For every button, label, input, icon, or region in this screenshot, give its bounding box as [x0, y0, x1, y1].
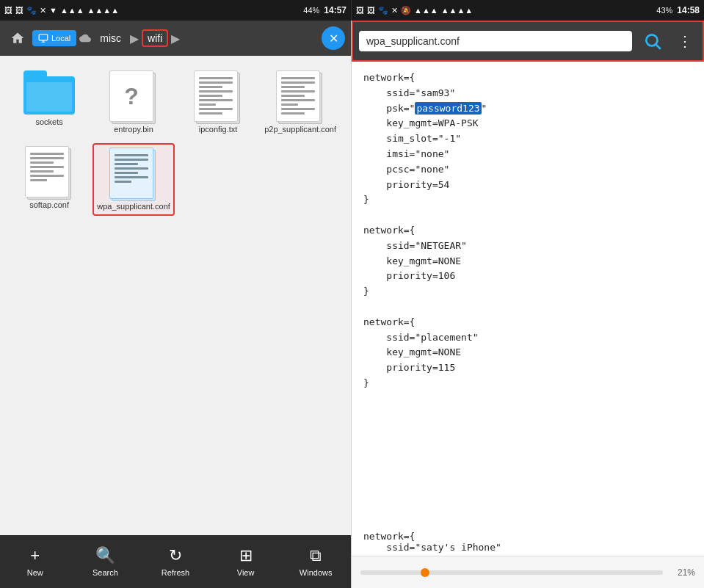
status-bar-right: 🖼 🖼 🐾 ✕ 🔕 ▲▲▲ ▲▲▲▲ 43% 14:58	[352, 0, 704, 21]
file-icon-softap	[25, 146, 73, 197]
close-icon: ✕	[40, 6, 46, 15]
folder-icon-sockets	[23, 70, 75, 115]
file-label-softap: softap.conf	[29, 200, 69, 210]
navigation-bar: Local misc ▶ wifi ▶ ✕	[0, 21, 351, 56]
left-panel: Local misc ▶ wifi ▶ ✕	[0, 21, 352, 588]
time-left: 14:57	[324, 5, 346, 15]
svg-rect-0	[39, 35, 48, 40]
signal-bars3: ▲▲▲	[414, 6, 438, 15]
scrollbar-thumb[interactable]	[421, 568, 429, 577]
view-button[interactable]: ⊞ View	[211, 535, 281, 588]
file-label-wpa: wpa_supplicant.conf	[97, 202, 170, 211]
file-icon-wpa	[109, 148, 158, 199]
cloud-icon	[79, 32, 91, 44]
wifi-off-icon: 🔕	[401, 6, 411, 15]
grid-icon: ⊞	[239, 546, 253, 565]
local-tab-button[interactable]: Local	[32, 30, 76, 46]
windows-icon: ⧉	[310, 546, 322, 565]
refresh-icon: ↻	[169, 546, 182, 565]
local-label: Local	[51, 34, 70, 43]
new-label: New	[27, 568, 43, 577]
wifi-icon: ▼	[49, 6, 57, 15]
screenshot-icon4: 🖼	[367, 6, 375, 15]
search-label: Search	[92, 568, 118, 577]
status-bars: 🖼 🖼 🐾 ✕ ▼ ▲▲▲ ▲▲▲▲ 44% 14:57 🖼 🖼 🐾 ✕ 🔕 ▲…	[0, 0, 704, 21]
svg-line-2	[656, 45, 661, 49]
breadcrumb: misc ▶ wifi ▶	[94, 29, 319, 47]
screenshot-icon2: 🖼	[15, 6, 23, 15]
file-icon-p2p	[276, 70, 324, 122]
file-label-sockets: sockets	[35, 117, 62, 127]
paw-icon: 🐾	[26, 6, 37, 15]
file-icon-entropy: ?	[109, 70, 158, 122]
view-label: View	[237, 568, 255, 577]
partial-network-text: network={ ssid="saty's iPhone"	[352, 531, 704, 556]
signal-bars4: ▲▲▲▲	[441, 6, 473, 15]
new-button[interactable]: + New	[0, 535, 70, 588]
screenshot-icon3: 🖼	[356, 6, 364, 15]
text-content-area[interactable]: network={ ssid="sam93" psk="password123"…	[352, 62, 704, 531]
bottom-toolbar: + New 🔍 Search ↻ Refresh ⊞ View ⧉ Window…	[0, 535, 351, 588]
psk-value: password123	[415, 102, 481, 115]
close-icon2: ✕	[391, 6, 398, 15]
file-label-ipconfig: ipconfig.txt	[199, 125, 238, 134]
file-item-wpa[interactable]: wpa_supplicant.conf	[92, 143, 175, 216]
file-content: network={ ssid="sam93" psk="password123"…	[363, 70, 692, 391]
viewer-menu-button[interactable]: ⋮	[673, 26, 697, 56]
file-label-entropy: entropy.bin	[114, 125, 153, 134]
breadcrumb-arrow2: ▶	[171, 32, 180, 46]
breadcrumb-misc[interactable]: misc	[94, 29, 127, 47]
time-right: 14:58	[677, 5, 700, 15]
file-item-entropy[interactable]: ? entropy.bin	[92, 68, 175, 137]
file-item-softap[interactable]: softap.conf	[12, 143, 87, 216]
windows-button[interactable]: ⧉ Windows	[280, 535, 351, 588]
scroll-percent: 21%	[672, 567, 695, 578]
signal-bars2: ▲▲▲▲	[87, 6, 120, 15]
main-content: Local misc ▶ wifi ▶ ✕	[0, 21, 704, 588]
close-panel-button[interactable]: ✕	[322, 26, 345, 50]
breadcrumb-wifi[interactable]: wifi	[142, 29, 168, 47]
signal-bars: ▲▲▲	[60, 6, 84, 15]
battery-percent-right: 43%	[656, 6, 672, 15]
battery-percent-left: 44%	[303, 6, 319, 15]
file-item-p2p[interactable]: p2p_supplicant.conf	[261, 68, 339, 137]
viewer-title: wpa_supplicant.conf	[359, 31, 632, 51]
svg-point-1	[646, 35, 657, 46]
scrollbar-track[interactable]	[360, 570, 663, 575]
windows-label: Windows	[300, 568, 333, 577]
viewer-header: wpa_supplicant.conf ⋮	[352, 21, 704, 62]
left-status-icons: 🖼 🖼 🐾 ✕ ▼ ▲▲▲ ▲▲▲▲	[4, 6, 119, 15]
paw-icon2: 🐾	[378, 6, 388, 15]
plus-icon: +	[30, 546, 40, 565]
right-status-icons: 🖼 🖼 🐾 ✕ 🔕 ▲▲▲ ▲▲▲▲	[356, 6, 473, 15]
screenshot-icon: 🖼	[4, 6, 12, 15]
viewer-search-button[interactable]	[638, 26, 667, 56]
refresh-label: Refresh	[162, 568, 190, 577]
file-item-ipconfig[interactable]: ipconfig.txt	[181, 68, 255, 137]
file-label-p2p: p2p_supplicant.conf	[264, 125, 336, 134]
file-icon-ipconfig	[194, 70, 242, 122]
psk-line: psk="password123"	[363, 102, 487, 115]
close-icon: ✕	[329, 32, 338, 46]
file-grid: sockets ? entropy.bin	[0, 56, 351, 535]
right-panel: wpa_supplicant.conf ⋮ network={ ssid="sa…	[352, 21, 704, 588]
scrollbar-area: 21%	[352, 556, 704, 588]
home-button[interactable]	[6, 26, 29, 50]
status-bar-left: 🖼 🖼 🐾 ✕ ▼ ▲▲▲ ▲▲▲▲ 44% 14:57	[0, 0, 352, 21]
search-button[interactable]: 🔍 Search	[70, 535, 141, 588]
search-icon: 🔍	[95, 546, 115, 565]
refresh-button[interactable]: ↻ Refresh	[140, 535, 211, 588]
file-item-sockets[interactable]: sockets	[12, 68, 87, 137]
breadcrumb-arrow: ▶	[130, 32, 139, 46]
